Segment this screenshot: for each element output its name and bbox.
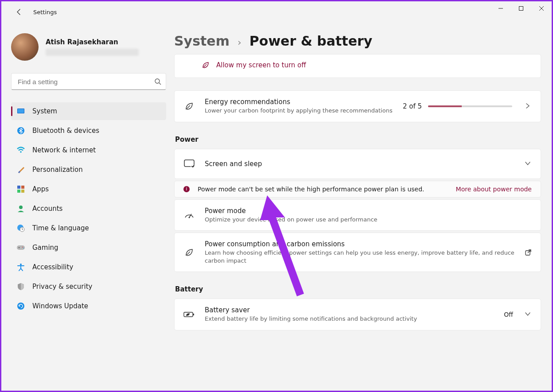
arrow-left-icon <box>16 8 23 16</box>
maximize-icon <box>519 6 523 11</box>
battery-saver-value: Off <box>504 311 513 318</box>
chevron-down-icon <box>525 160 532 167</box>
recommendation-card[interactable]: Allow my screen to turn off <box>174 54 541 78</box>
title-bar: Settings <box>1 1 552 23</box>
sidebar-item-personalization[interactable]: Personalization <box>11 161 166 179</box>
shield-icon <box>16 282 25 291</box>
sidebar-item-system[interactable]: System <box>11 102 166 120</box>
sidebar-item-label: Accounts <box>32 205 62 213</box>
profile-block[interactable]: Atish Rajasekharan <box>11 33 166 61</box>
svg-point-17 <box>22 247 23 248</box>
sidebar-item-accessibility[interactable]: Accessibility <box>11 258 166 276</box>
card-subtitle: Learn how choosing efficient power setti… <box>205 249 519 264</box>
card-title: Energy recommendations <box>205 98 403 106</box>
update-icon <box>16 302 25 310</box>
sidebar-item-gaming[interactable]: Gaming <box>11 239 166 256</box>
svg-point-24 <box>189 217 190 218</box>
leaf-outline-icon <box>183 247 195 258</box>
close-button[interactable] <box>531 1 552 16</box>
svg-line-3 <box>159 83 161 85</box>
svg-rect-15 <box>17 245 25 250</box>
breadcrumb: System › Power & battery <box>174 33 541 49</box>
notice-link[interactable]: More about power mode <box>456 186 532 193</box>
minimize-button[interactable] <box>491 1 511 16</box>
battery-leaf-icon <box>183 309 195 320</box>
sidebar-item-bluetooth[interactable]: Bluetooth & devices <box>11 122 166 140</box>
window-controls <box>491 1 552 16</box>
power-mode-notice: i Power mode can't be set while the high… <box>174 181 541 198</box>
screen-sleep-card[interactable]: Screen and sleep <box>174 149 541 179</box>
sidebar-item-apps[interactable]: Apps <box>11 180 166 198</box>
info-dot-icon: i <box>183 186 190 192</box>
sidebar: Atish Rajasekharan System Bluetooth & de… <box>1 23 174 391</box>
gamepad-icon <box>16 243 25 252</box>
svg-rect-5 <box>18 109 24 113</box>
sidebar-item-label: Windows Update <box>32 302 88 310</box>
open-external-icon <box>525 249 532 256</box>
card-title: Power consumption and carbon emissions <box>205 240 519 248</box>
battery-saver-card[interactable]: Battery saver Extend battery life by lim… <box>174 299 541 330</box>
main-content[interactable]: System › Power & battery Allow my screen… <box>174 23 552 391</box>
sidebar-item-accounts[interactable]: Accounts <box>11 200 166 217</box>
sidebar-item-label: Accessibility <box>32 263 73 271</box>
maximize-button[interactable] <box>511 1 531 16</box>
bluetooth-icon <box>16 126 25 135</box>
svg-rect-11 <box>21 190 24 193</box>
progress-fill <box>428 105 462 107</box>
clock-globe-icon <box>16 224 25 233</box>
back-button[interactable] <box>10 3 28 21</box>
energy-recommendations-card[interactable]: Energy recommendations Lower your carbon… <box>174 90 541 122</box>
svg-point-12 <box>19 206 23 209</box>
svg-point-2 <box>155 79 160 83</box>
svg-rect-27 <box>193 314 194 315</box>
display-icon <box>16 107 25 116</box>
chevron-right-icon: › <box>238 37 241 48</box>
card-subtitle: Extend battery life by limiting some not… <box>205 315 504 323</box>
section-battery: Battery <box>175 285 541 293</box>
sidebar-item-time[interactable]: Time & language <box>11 219 166 237</box>
sidebar-item-network[interactable]: Network & internet <box>11 141 166 159</box>
sidebar-item-label: Network & internet <box>32 146 96 154</box>
apps-icon <box>16 185 25 194</box>
sidebar-nav: System Bluetooth & devices Network & int… <box>11 102 166 315</box>
minimize-icon <box>498 6 503 11</box>
breadcrumb-parent[interactable]: System <box>174 33 230 49</box>
card-title: Power mode <box>205 207 532 215</box>
avatar <box>11 33 39 61</box>
profile-name: Atish Rajasekharan <box>46 38 139 46</box>
search-box[interactable] <box>11 73 166 90</box>
close-icon <box>539 6 544 11</box>
sidebar-item-label: Apps <box>32 185 49 193</box>
svg-rect-1 <box>519 7 523 11</box>
sidebar-item-label: System <box>32 107 57 115</box>
sidebar-item-label: Time & language <box>32 224 89 232</box>
search-icon <box>154 78 161 85</box>
power-mode-card[interactable]: Power mode Optimize your device based on… <box>174 199 541 231</box>
sidebar-item-label: Gaming <box>32 244 58 252</box>
svg-point-7 <box>20 151 22 153</box>
section-power: Power <box>175 136 541 144</box>
progress-count: 2 of 5 <box>403 102 422 110</box>
leaf-icon <box>201 61 210 70</box>
sidebar-item-label: Bluetooth & devices <box>32 127 99 135</box>
sidebar-item-label: Personalization <box>32 166 83 174</box>
svg-point-16 <box>19 247 19 248</box>
person-icon <box>16 204 25 213</box>
svg-rect-8 <box>17 186 20 189</box>
card-subtitle: Optimize your device based on power use … <box>205 216 532 224</box>
sidebar-item-update[interactable]: Windows Update <box>11 297 166 315</box>
sidebar-item-privacy[interactable]: Privacy & security <box>11 278 166 295</box>
svg-point-20 <box>17 303 24 310</box>
card-title: Battery saver <box>205 306 504 314</box>
leaf-outline-icon <box>183 101 195 112</box>
sidebar-item-label: Privacy & security <box>32 283 92 291</box>
svg-rect-10 <box>17 190 20 193</box>
energy-progress: 2 of 5 <box>403 102 519 110</box>
search-input[interactable] <box>18 78 154 85</box>
consumption-card[interactable]: Power consumption and carbon emissions L… <box>174 233 541 272</box>
svg-point-18 <box>23 248 24 248</box>
settings-window: Settings Atish Rajasekharan <box>1 1 552 391</box>
card-subtitle: Lower your carbon footprint by applying … <box>205 107 403 115</box>
chevron-right-icon <box>525 103 532 110</box>
gauge-icon <box>183 209 195 221</box>
